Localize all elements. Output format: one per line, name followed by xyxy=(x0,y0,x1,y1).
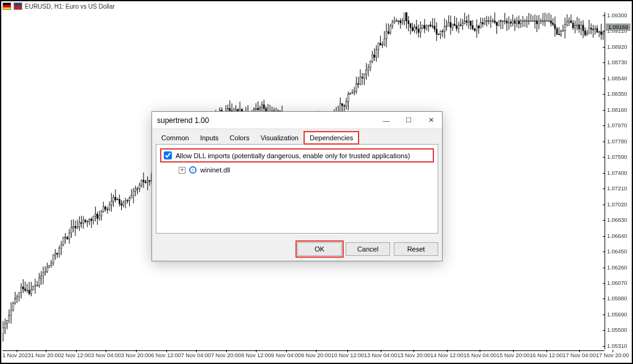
x-tick: 15 Nov 20:00 xyxy=(496,352,530,360)
tab-inputs[interactable]: Inputs xyxy=(195,132,224,144)
y-tick: 1.09300 xyxy=(605,12,631,19)
svg-rect-361 xyxy=(363,74,365,78)
svg-rect-355 xyxy=(358,84,359,85)
svg-rect-83 xyxy=(85,220,86,222)
svg-rect-429 xyxy=(432,26,433,27)
y-tick: 1.05500 xyxy=(605,327,631,333)
svg-rect-137 xyxy=(139,185,140,189)
minimize-button[interactable]: — xyxy=(375,112,397,129)
svg-rect-55 xyxy=(57,253,58,254)
svg-rect-87 xyxy=(89,219,90,221)
svg-rect-101 xyxy=(103,207,104,212)
svg-rect-517 xyxy=(520,21,522,24)
maximize-button[interactable]: ☐ xyxy=(397,112,420,129)
svg-rect-135 xyxy=(137,188,138,189)
svg-rect-121 xyxy=(123,202,124,205)
svg-rect-459 xyxy=(462,23,463,26)
dialog-titlebar[interactable]: supertrend 1.00 — ☐ ✕ xyxy=(152,112,442,129)
svg-rect-569 xyxy=(572,23,574,28)
svg-rect-535 xyxy=(538,21,540,24)
svg-rect-255 xyxy=(257,109,258,110)
svg-rect-425 xyxy=(428,25,429,26)
svg-rect-585 xyxy=(588,28,590,33)
svg-rect-9 xyxy=(11,310,12,315)
svg-rect-561 xyxy=(564,25,566,31)
svg-rect-599 xyxy=(603,33,604,35)
svg-rect-507 xyxy=(510,22,511,23)
svg-rect-79 xyxy=(81,222,82,223)
ok-button[interactable]: OK xyxy=(297,242,342,256)
x-tick: 6 Nov 12:00 xyxy=(151,352,181,360)
svg-rect-449 xyxy=(452,24,453,28)
svg-rect-489 xyxy=(492,21,493,22)
svg-rect-131 xyxy=(133,191,134,195)
y-tick: 1.05690 xyxy=(605,311,631,318)
svg-rect-17 xyxy=(19,292,20,297)
svg-rect-461 xyxy=(464,21,465,23)
y-tick: 1.06070 xyxy=(605,280,631,286)
svg-rect-35 xyxy=(36,285,38,286)
dialog-title: supertrend 1.00 xyxy=(157,116,209,125)
svg-rect-49 xyxy=(51,263,52,265)
y-tick: 1.07020 xyxy=(605,201,631,208)
svg-rect-477 xyxy=(480,22,482,28)
svg-rect-345 xyxy=(347,94,349,101)
y-axis: 1.093001.091101.089201.087301.085401.083… xyxy=(605,12,631,349)
tab-visualization[interactable]: Visualization xyxy=(255,132,304,144)
svg-rect-403 xyxy=(406,12,407,21)
svg-rect-467 xyxy=(470,21,471,25)
x-tick: 9 Nov 04:00 xyxy=(271,352,301,360)
svg-rect-497 xyxy=(500,21,501,22)
svg-rect-519 xyxy=(522,21,524,22)
tab-dependencies[interactable]: Dependencies xyxy=(304,132,359,144)
svg-rect-525 xyxy=(529,21,530,22)
svg-rect-399 xyxy=(402,21,403,23)
svg-rect-43 xyxy=(45,271,46,273)
current-price-badge: 1.09169 xyxy=(606,23,631,31)
svg-rect-103 xyxy=(105,207,106,210)
tree-expand-icon[interactable]: + xyxy=(179,167,185,174)
svg-rect-441 xyxy=(444,27,445,32)
cancel-button[interactable]: Cancel xyxy=(346,242,390,256)
svg-rect-465 xyxy=(468,21,469,23)
svg-rect-77 xyxy=(79,222,80,227)
svg-rect-505 xyxy=(508,22,509,23)
allow-dll-row[interactable]: Allow DLL imports (potentially dangerous… xyxy=(160,148,434,163)
svg-rect-533 xyxy=(537,21,538,24)
svg-rect-557 xyxy=(561,31,562,35)
svg-rect-69 xyxy=(70,227,72,233)
reset-button[interactable]: Reset xyxy=(394,242,438,256)
y-tick: 1.05880 xyxy=(605,295,631,302)
x-tick: 9 Nov 20:00 xyxy=(301,352,331,360)
svg-rect-591 xyxy=(595,28,596,30)
svg-rect-393 xyxy=(396,21,397,22)
allow-dll-checkbox[interactable] xyxy=(164,151,172,159)
dependencies-panel: Allow DLL imports (potentially dangerous… xyxy=(156,144,438,234)
svg-rect-439 xyxy=(442,31,443,32)
svg-rect-23 xyxy=(25,289,26,290)
svg-rect-547 xyxy=(550,21,551,23)
svg-rect-15 xyxy=(17,297,18,299)
close-button[interactable]: ✕ xyxy=(420,112,442,129)
x-tick: 17 Nov 04:00 xyxy=(563,352,596,360)
svg-rect-119 xyxy=(121,204,122,205)
svg-rect-51 xyxy=(53,255,54,263)
svg-rect-407 xyxy=(410,23,411,27)
allow-dll-label: Allow DLL imports (potentially dangerous… xyxy=(176,152,410,159)
svg-rect-589 xyxy=(593,29,594,30)
y-tick: 1.08160 xyxy=(605,107,631,113)
svg-rect-455 xyxy=(458,25,459,29)
svg-rect-91 xyxy=(93,216,94,221)
x-tick: 10 Nov 12:00 xyxy=(331,352,365,360)
svg-rect-575 xyxy=(579,25,580,29)
svg-rect-93 xyxy=(95,214,96,216)
svg-rect-555 xyxy=(558,34,559,35)
svg-rect-259 xyxy=(261,104,263,108)
tab-colors[interactable]: Colors xyxy=(224,132,255,144)
tab-common[interactable]: Common xyxy=(156,132,195,144)
svg-rect-379 xyxy=(382,44,383,45)
svg-rect-353 xyxy=(355,84,357,91)
svg-rect-365 xyxy=(368,67,369,70)
svg-rect-141 xyxy=(143,180,144,182)
svg-rect-357 xyxy=(360,77,361,84)
